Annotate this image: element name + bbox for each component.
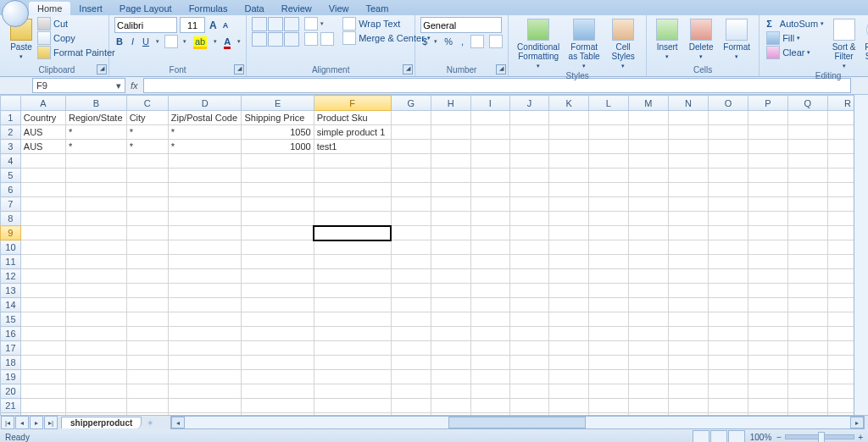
cell-Q14[interactable]	[787, 298, 827, 312]
autosum-button[interactable]: Σ AutoSum▾	[765, 17, 826, 30]
cell-I3[interactable]	[470, 140, 509, 154]
cell-H1[interactable]	[431, 111, 470, 125]
cell-H2[interactable]	[431, 125, 470, 140]
cell-Q12[interactable]	[787, 269, 827, 284]
col-header-N[interactable]: N	[668, 96, 708, 111]
cell-D13[interactable]	[168, 284, 242, 298]
cell-F12[interactable]	[314, 269, 391, 284]
row-header-11[interactable]: 11	[1, 255, 21, 269]
cell-M7[interactable]	[628, 197, 668, 212]
cell-H22[interactable]	[431, 413, 470, 416]
cell-N2[interactable]	[668, 125, 708, 140]
cell-C4[interactable]	[126, 154, 168, 169]
cell-F17[interactable]	[314, 341, 391, 356]
cell-B10[interactable]	[65, 240, 126, 255]
cell-B15[interactable]	[65, 312, 126, 327]
cell-B6[interactable]	[65, 183, 126, 197]
cell-H3[interactable]	[431, 140, 470, 154]
cell-F11[interactable]	[314, 255, 391, 269]
cell-A13[interactable]	[20, 284, 65, 298]
scroll-left-icon[interactable]: ◂	[171, 417, 185, 428]
cell-G8[interactable]	[391, 212, 431, 226]
col-header-F[interactable]: F	[314, 96, 391, 111]
cell-A2[interactable]: AUS	[20, 125, 65, 140]
cell-D3[interactable]: *	[168, 140, 242, 154]
cell-C5[interactable]	[126, 169, 168, 183]
cell-O20[interactable]	[708, 384, 748, 399]
sheet-nav-next[interactable]: ▸	[30, 416, 43, 429]
cell-M21[interactable]	[628, 399, 668, 413]
cell-E13[interactable]	[242, 284, 314, 298]
cell-L5[interactable]	[589, 169, 629, 183]
cell-L11[interactable]	[589, 255, 629, 269]
cell-E9[interactable]	[242, 226, 314, 240]
cell-H21[interactable]	[431, 399, 470, 413]
cell-D19[interactable]	[168, 370, 242, 384]
cell-F3[interactable]: test1	[314, 140, 391, 154]
cell-M13[interactable]	[628, 284, 668, 298]
cell-B9[interactable]	[65, 226, 126, 240]
cell-G9[interactable]	[391, 226, 431, 240]
grow-font-button[interactable]: A	[208, 19, 219, 32]
cell-F19[interactable]	[314, 370, 391, 384]
cell-N6[interactable]	[668, 183, 708, 197]
cell-B22[interactable]	[65, 413, 126, 416]
cell-H11[interactable]	[431, 255, 470, 269]
tab-page-layout[interactable]: Page Layout	[111, 2, 181, 15]
sort-filter-button[interactable]: Sort & Filter▾	[829, 17, 859, 70]
cell-B12[interactable]	[65, 269, 126, 284]
cell-K20[interactable]	[549, 384, 589, 399]
cell-O6[interactable]	[708, 183, 748, 197]
cell-L16[interactable]	[589, 327, 629, 341]
delete-button[interactable]: Delete▾	[686, 17, 716, 61]
cell-G4[interactable]	[391, 154, 431, 169]
cell-G11[interactable]	[391, 255, 431, 269]
clear-button[interactable]: Clear▾	[765, 46, 826, 59]
cell-F4[interactable]	[314, 154, 391, 169]
border-button[interactable]	[164, 35, 178, 48]
cell-M1[interactable]	[628, 111, 668, 125]
cell-G22[interactable]	[391, 413, 431, 416]
cell-P6[interactable]	[748, 183, 787, 197]
cell-K8[interactable]	[549, 212, 589, 226]
col-header-L[interactable]: L	[589, 96, 629, 111]
cell-B3[interactable]: *	[65, 140, 126, 154]
cell-P20[interactable]	[748, 384, 787, 399]
cut-button[interactable]: Cut	[36, 17, 117, 30]
cell-P22[interactable]	[748, 413, 787, 416]
cell-O5[interactable]	[708, 169, 748, 183]
cell-L6[interactable]	[589, 183, 629, 197]
cell-O11[interactable]	[708, 255, 748, 269]
cell-M3[interactable]	[628, 140, 668, 154]
cell-B8[interactable]	[65, 212, 126, 226]
cell-J22[interactable]	[509, 413, 548, 416]
cell-P9[interactable]	[748, 226, 787, 240]
cell-C21[interactable]	[126, 399, 168, 413]
col-header-P[interactable]: P	[748, 96, 787, 111]
cell-P7[interactable]	[748, 197, 787, 212]
cell-A14[interactable]	[20, 298, 65, 312]
view-normal-button[interactable]	[693, 430, 709, 442]
cell-E6[interactable]	[242, 183, 314, 197]
cell-D20[interactable]	[168, 384, 242, 399]
col-header-A[interactable]: A	[20, 96, 65, 111]
cell-K11[interactable]	[549, 255, 589, 269]
cell-D18[interactable]	[168, 356, 242, 370]
cell-J8[interactable]	[509, 212, 548, 226]
cell-H13[interactable]	[431, 284, 470, 298]
row-header-18[interactable]: 18	[1, 356, 21, 370]
cell-C14[interactable]	[126, 298, 168, 312]
font-color-button[interactable]: A	[222, 35, 232, 48]
cell-Q11[interactable]	[787, 255, 827, 269]
cell-J21[interactable]	[509, 399, 548, 413]
cell-F2[interactable]: simple product 1	[314, 125, 391, 140]
col-header-M[interactable]: M	[628, 96, 668, 111]
cell-E5[interactable]	[242, 169, 314, 183]
cell-K16[interactable]	[549, 327, 589, 341]
cell-C6[interactable]	[126, 183, 168, 197]
cell-F15[interactable]	[314, 312, 391, 327]
cell-E18[interactable]	[242, 356, 314, 370]
cell-K9[interactable]	[549, 226, 589, 240]
cell-M16[interactable]	[628, 327, 668, 341]
cell-N1[interactable]	[668, 111, 708, 125]
